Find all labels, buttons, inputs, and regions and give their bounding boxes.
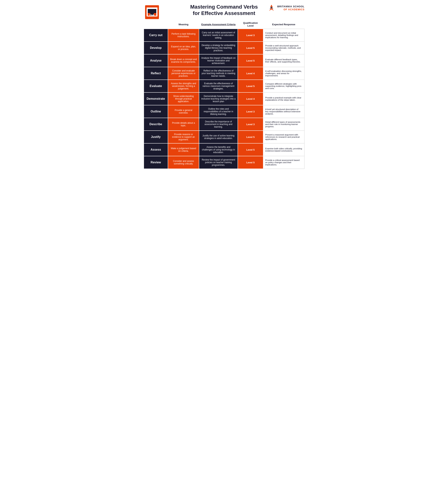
- criteria-cell: Reflect on the effectiveness of your tea…: [199, 67, 238, 80]
- col-header-criteria: Example Assessment Criteria: [199, 20, 238, 29]
- verb-cell: Reflect: [144, 67, 168, 80]
- table-row: Carry out Perform a task following instr…: [144, 29, 304, 41]
- verb-cell: Justify: [144, 131, 168, 143]
- verb-cell: Assess: [144, 143, 168, 156]
- meaning-cell: Expand on an idea, plan, or process.: [168, 41, 199, 54]
- meaning-cell: Make a judgement based on criteria.: [168, 143, 199, 156]
- verb-cell: Develop: [144, 41, 168, 54]
- table-row: Outline Provide a general overview. Outl…: [144, 105, 304, 118]
- title-line1: Mastering Command Verbs: [190, 4, 258, 10]
- verb-cell: Analyse: [144, 54, 168, 67]
- level-cell: Level 4: [238, 67, 263, 80]
- meaning-cell: Consider and assess something critically…: [168, 156, 199, 169]
- verb-cell: Describe: [144, 118, 168, 131]
- col-header-meaning: Meaning: [168, 20, 199, 29]
- svg-marker-10: [269, 8, 274, 11]
- brand-name2: OF ACADEMICS: [277, 8, 304, 11]
- criteria-cell: Describe the importance of assessment in…: [199, 118, 238, 131]
- response-cell: Provide a practical example with clear e…: [263, 93, 304, 105]
- main-table-container: Meaning Example Assessment Criteria Qual…: [144, 20, 305, 169]
- level-cell: Level 3: [238, 29, 263, 41]
- meaning-cell: Break down a concept and examine its com…: [168, 54, 199, 67]
- verb-cell: Evaluate: [144, 80, 168, 93]
- level-cell: Level 5: [238, 156, 263, 169]
- table-row: Assess Make a judgement based on criteri…: [144, 143, 304, 156]
- response-cell: Present a reasoned argument with referen…: [263, 131, 304, 143]
- criteria-cell: Review the impact of government policies…: [199, 156, 238, 169]
- level-cell: Level 5: [238, 54, 263, 67]
- response-cell: Compare different strategies with suppor…: [263, 80, 304, 93]
- criteria-cell: Assess the benefits and challenges of us…: [199, 143, 238, 156]
- meaning-cell: Provide reasons or evidence to support a…: [168, 131, 199, 143]
- meaning-cell: Consider and evaluate personal experienc…: [168, 67, 199, 80]
- criteria-cell: Develop a strategy for embedding digital…: [199, 41, 238, 54]
- col-header-level: Qualification Level: [238, 20, 263, 29]
- response-cell: A brief yet structured description of ke…: [263, 105, 304, 118]
- title-line2: for Effective Assessment: [193, 10, 255, 16]
- response-cell: Detail different types of assessments an…: [263, 118, 304, 131]
- criteria-cell: Evaluate the effectiveness of various cl…: [199, 80, 238, 93]
- criteria-cell: Analyse the impact of feedback on learne…: [199, 54, 238, 67]
- table-row: Evaluate Assess the strengths and weakne…: [144, 80, 304, 93]
- logo-left: CIA: [144, 4, 160, 21]
- meaning-cell: Assess the strengths and weaknesses, for…: [168, 80, 199, 93]
- verb-cell: Outline: [144, 105, 168, 118]
- table-row: Develop Expand on an idea, plan, or proc…: [144, 41, 304, 54]
- level-cell: Level 3: [238, 105, 263, 118]
- verb-cell: Carry out: [144, 29, 168, 41]
- level-cell: Level 5: [238, 41, 263, 54]
- table-row: Demonstrate Show understanding through p…: [144, 93, 304, 105]
- page-title: Mastering Command Verbs for Effective As…: [190, 4, 258, 16]
- page-header: CIA Mastering Command Verbs for Effectiv…: [144, 4, 305, 16]
- level-cell: Level 5: [238, 143, 263, 156]
- verb-cell: Review: [144, 156, 168, 169]
- meaning-cell: Provide details about a topic.: [168, 118, 199, 131]
- table-row: Reflect Consider and evaluate personal e…: [144, 67, 304, 80]
- response-cell: A self-evaluation discussing strengths, …: [263, 67, 304, 80]
- criteria-cell: Demonstrate how to integrate inclusive t…: [199, 93, 238, 105]
- brand-name1: BRITANNIA SCHOOL: [277, 5, 304, 8]
- command-verbs-table: Meaning Example Assessment Criteria Qual…: [144, 20, 305, 169]
- response-cell: Examine both sides critically, providing…: [263, 143, 304, 156]
- criteria-cell: Outline the roles and responsibilities o…: [199, 105, 238, 118]
- svg-text:CIA: CIA: [149, 14, 155, 17]
- meaning-cell: Perform a task following instructions.: [168, 29, 199, 41]
- col-header-response: Expected Response: [263, 20, 304, 29]
- level-cell: Level 5: [238, 131, 263, 143]
- table-row: Review Consider and assess something cri…: [144, 156, 304, 169]
- level-cell: Level 5: [238, 80, 263, 93]
- level-cell: Level 4: [238, 93, 263, 105]
- table-row: Justify Provide reasons or evidence to s…: [144, 131, 304, 143]
- logo-right: BRITANNIA SCHOOL OF ACADEMICS: [267, 4, 304, 12]
- criteria-cell: Carry out an initial assessment of learn…: [199, 29, 238, 41]
- response-cell: Evaluate different feedback types, their…: [263, 54, 304, 67]
- criteria-cell: Justify the use of active learning strat…: [199, 131, 238, 143]
- verb-cell: Demonstrate: [144, 93, 168, 105]
- response-cell: Conduct and document an initial assessme…: [263, 29, 304, 41]
- response-cell: Provide a well-structured approach incor…: [263, 41, 304, 54]
- table-row: Describe Provide details about a topic. …: [144, 118, 304, 131]
- meaning-cell: Show understanding through practical app…: [168, 93, 199, 105]
- level-cell: Level 3: [238, 118, 263, 131]
- svg-rect-4: [147, 7, 157, 9]
- col-header-verb: [144, 20, 168, 29]
- response-cell: Provide a critical assessment based on p…: [263, 156, 304, 169]
- meaning-cell: Provide a general overview.: [168, 105, 199, 118]
- table-row: Analyse Break down a concept and examine…: [144, 54, 304, 67]
